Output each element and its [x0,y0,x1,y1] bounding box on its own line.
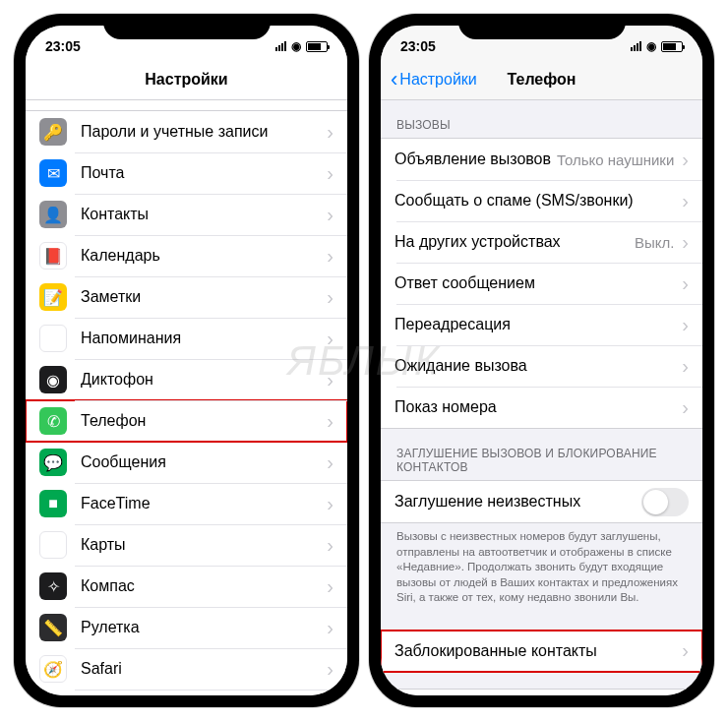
chevron-right-icon: › [327,286,334,309]
row-value: Выкл. [635,234,674,251]
chevron-right-icon: › [682,639,689,662]
phone-left: 23:05 ◉ Настройки 🔑Пароли и учетные запи… [14,14,359,707]
toggle-switch[interactable] [641,488,689,516]
chevron-right-icon: › [327,658,334,681]
settings-row-reminders[interactable]: ⋮⋮Напоминания› [26,318,347,359]
signal-icon [275,41,286,51]
row-label: Safari [81,660,327,678]
signal-icon [631,41,641,51]
wifi-icon: ◉ [646,39,656,53]
chevron-right-icon: › [327,369,334,391]
settings-row-notes[interactable]: 📝Заметки› [26,276,347,318]
row-label: Ответ сообщением [394,274,682,292]
row-label: Компас [81,577,327,595]
settings-row-phone[interactable]: ✆Телефон› [26,400,347,442]
settings-row-voice-memos[interactable]: ◉Диктофон› [26,359,347,400]
settings-row-measure[interactable]: 📏Рулетка› [26,607,347,648]
settings-row-facetime[interactable]: ■FaceTime› [26,483,347,524]
settings-row-compass[interactable]: ✧Компас› [26,566,347,607]
settings-row-contacts[interactable]: 👤Контакты› [26,194,347,235]
row-объявление-вызовов[interactable]: Объявление вызововТолько наушники› [381,139,702,180]
settings-row-maps[interactable]: 🗺Карты› [26,524,347,566]
wifi-icon: ◉ [291,39,301,53]
back-button[interactable]: ‹ Настройки [381,69,477,90]
measure-icon: 📏 [39,614,67,641]
chevron-right-icon: › [327,245,334,268]
section-footer: Вызовы с неизвестных номеров будут заглу… [381,523,702,614]
compass-icon: ✧ [39,572,67,600]
chevron-right-icon: › [682,190,689,212]
row-label: Рулетка [81,619,327,636]
settings-row-safari[interactable]: 🧭Safari› [26,648,347,690]
section-list: Объявление вызововТолько наушники›Сообща… [381,138,702,429]
row-показ-номера[interactable]: Показ номера› [381,387,702,428]
chevron-right-icon: › [327,121,334,144]
chevron-right-icon: › [327,575,334,598]
nav-bar: ‹ Настройки Телефон [381,59,702,100]
mail-icon: ✉ [39,159,67,187]
battery-icon [661,41,683,52]
section-header: ВЫЗОВЫ [381,100,702,138]
row-label: Контакты [81,206,327,223]
row-value: Только наушники [557,151,674,168]
settings-list-container: 🔑Пароли и учетные записи›✉Почта›👤Контакт… [26,100,347,695]
row-label: Заблокированные контакты [394,642,682,660]
notes-icon: 📝 [39,283,67,311]
phone-icon: ✆ [39,407,67,435]
safari-icon: 🧭 [39,655,67,683]
maps-icon: 🗺 [39,531,67,559]
chevron-right-icon: › [682,272,689,295]
chevron-right-icon: › [327,204,334,226]
status-indicators: ◉ [631,39,683,53]
chevron-right-icon: › [682,231,689,254]
row-label: Объявление вызовов [394,150,557,168]
row-label: Календарь [81,247,327,265]
settings-row-key[interactable]: 🔑Пароли и учетные записи› [26,111,347,152]
row-label: Переадресация [394,316,682,333]
row-на-других-устройствах[interactable]: На других устройствахВыкл.› [381,221,702,263]
row-label: Заметки [81,288,327,306]
status-time: 23:05 [400,38,436,54]
status-indicators: ◉ [275,39,328,53]
key-icon: 🔑 [39,118,67,146]
chevron-right-icon: › [327,451,334,474]
settings-row-mail[interactable]: ✉Почта› [26,152,347,194]
settings-row-messages[interactable]: 💬Сообщения› [26,442,347,483]
contacts-icon: 👤 [39,201,67,228]
settings-list: 🔑Пароли и учетные записи›✉Почта›👤Контакт… [26,110,347,695]
settings-row-stocks[interactable]: 📈Акции› [26,690,347,695]
settings-row-calendar[interactable]: 📕Календарь› [26,235,347,276]
status-bar: 23:05 ◉ [26,26,347,59]
chevron-left-icon: ‹ [391,69,397,90]
nav-bar: Настройки [26,59,347,100]
battery-icon [306,41,328,52]
row-ответ-сообщением[interactable]: Ответ сообщением› [381,263,702,304]
chevron-right-icon: › [327,493,334,515]
status-time: 23:05 [45,38,81,54]
row-заглушение-неизвестных[interactable]: Заглушение неизвестных [381,481,702,522]
row-помощь-в-наборе[interactable]: Помощь в наборе [381,690,702,695]
row-label: Почта [81,164,327,182]
row-label: Карты [81,536,327,554]
row-сообщать-о-спаме-sms-звонки-[interactable]: Сообщать о спаме (SMS/звонки)› [381,180,702,221]
row-ожидание-вызова[interactable]: Ожидание вызова› [381,345,702,387]
phone-right: 23:05 ◉ ‹ Настройки Телефон ВЫЗОВЫОбъявл… [369,14,714,707]
chevron-right-icon: › [682,314,689,336]
chevron-right-icon: › [327,328,334,350]
row-label: Пароли и учетные записи [81,123,327,141]
section-header: ЗАГЛУШЕНИЕ ВЫЗОВОВ И БЛОКИРОВАНИЕ КОНТАК… [381,429,702,480]
chevron-right-icon: › [682,355,689,378]
row-label: Напоминания [81,330,327,347]
row-заблокированные-контакты[interactable]: Заблокированные контакты› [381,631,702,672]
section-list: Заглушение неизвестных [381,480,702,523]
chevron-right-icon: › [327,534,334,557]
row-переадресация[interactable]: Переадресация› [381,304,702,345]
row-label: Сообщать о спаме (SMS/звонки) [394,192,682,210]
messages-icon: 💬 [39,449,67,476]
chevron-right-icon: › [327,162,334,185]
phone-settings-content: ВЫЗОВЫОбъявление вызововТолько наушники›… [381,100,702,695]
facetime-icon: ■ [39,490,67,517]
row-label: Телефон [81,412,327,430]
row-label: На других устройствах [394,233,635,251]
row-label: Ожидание вызова [394,357,682,375]
